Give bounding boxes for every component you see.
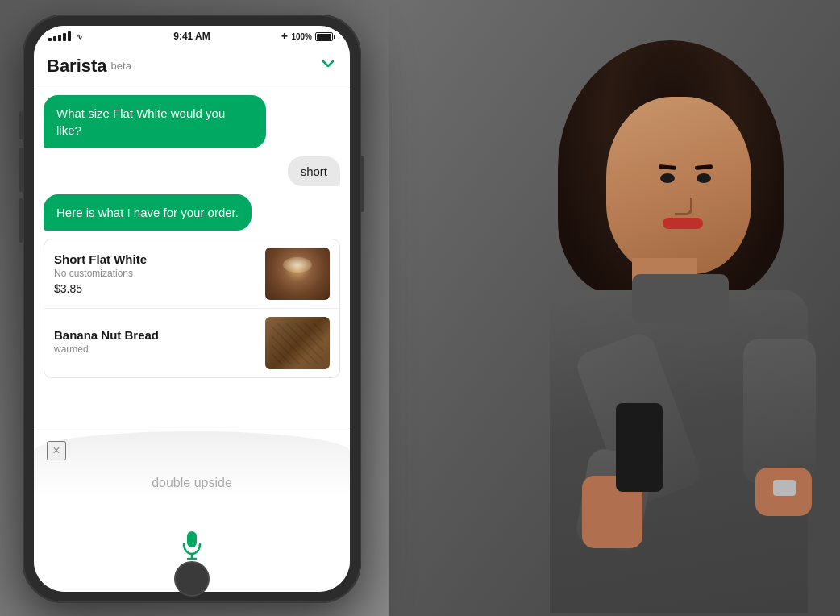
phone-volume-down	[19, 198, 23, 243]
order-item-bread-image	[265, 317, 330, 369]
signal-icon	[48, 31, 71, 41]
status-bar-right: ✚ 100%	[281, 32, 335, 41]
user-message-1: short	[288, 156, 340, 186]
app-beta-label: beta	[111, 60, 131, 72]
bot-message-1: What size Flat White would you like?	[44, 95, 266, 148]
close-button[interactable]: ×	[47, 441, 66, 460]
order-card: Short Flat White No customizations $3.85…	[44, 239, 340, 378]
status-bar-left: ∿	[48, 31, 82, 41]
voice-placeholder-text: double upside	[152, 476, 232, 490]
order-item-coffee: Short Flat White No customizations $3.85	[44, 239, 339, 309]
coffee-image	[265, 248, 330, 300]
battery-percent: 100%	[291, 32, 312, 41]
order-item-coffee-price: $3.85	[54, 282, 259, 295]
bot-message-2: Here is what I have for your order.	[44, 194, 252, 231]
app-title: Barista	[47, 56, 107, 77]
phone-wrapper: ∿ 9:41 AM ✚ 100% Barista beta	[23, 15, 361, 603]
svg-rect-0	[187, 531, 197, 547]
bread-image	[265, 317, 330, 369]
phone-volume-up	[19, 148, 23, 192]
status-bar: ∿ 9:41 AM ✚ 100%	[34, 26, 350, 47]
person-figure	[389, 0, 840, 616]
bluetooth-icon: ✚	[281, 32, 288, 40]
mic-button[interactable]	[172, 527, 212, 568]
phone-screen: ∿ 9:41 AM ✚ 100% Barista beta	[34, 26, 350, 592]
order-item-coffee-image	[265, 248, 330, 300]
phone-device: ∿ 9:41 AM ✚ 100% Barista beta	[23, 15, 361, 603]
header-dropdown-icon[interactable]	[319, 55, 337, 77]
order-item-bread: Banana Nut Bread warmed	[44, 309, 339, 377]
order-item-coffee-name: Short Flat White	[54, 252, 259, 266]
chat-area: What size Flat White would you like? sho…	[34, 85, 350, 431]
status-time: 9:41 AM	[173, 31, 210, 42]
phone-power-button	[361, 156, 364, 212]
order-item-bread-name: Banana Nut Bread	[54, 328, 259, 342]
order-item-coffee-customization: No customizations	[54, 268, 259, 279]
mic-icon	[181, 531, 203, 565]
app-header: Barista beta	[34, 47, 350, 85]
order-item-bread-customization: warmed	[54, 343, 259, 355]
battery-icon	[315, 32, 335, 41]
order-item-bread-info: Banana Nut Bread warmed	[54, 328, 259, 358]
order-item-coffee-info: Short Flat White No customizations $3.85	[54, 252, 259, 295]
close-icon: ×	[52, 443, 60, 458]
wifi-icon: ∿	[76, 32, 82, 41]
